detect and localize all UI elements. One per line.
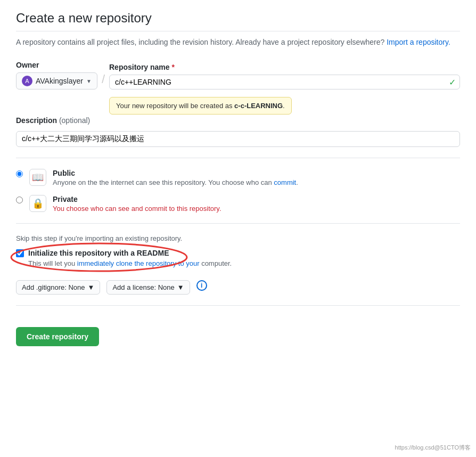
owner-dropdown[interactable]: A AVAkingslayer ▼ bbox=[16, 72, 97, 89]
create-repository-button[interactable]: Create repository bbox=[16, 327, 99, 346]
gitignore-label: Add .gitignore: None bbox=[22, 283, 85, 291]
private-description: You choose who can see and commit to thi… bbox=[53, 205, 221, 213]
owner-label: Owner bbox=[16, 61, 97, 69]
license-label: Add a license: None bbox=[112, 283, 174, 291]
private-text: Private You choose who can see and commi… bbox=[53, 195, 221, 213]
required-star: * bbox=[171, 63, 174, 71]
page-subtitle: A repository contains all project files,… bbox=[16, 37, 460, 48]
repo-name-label: Repository name * bbox=[109, 63, 460, 71]
import-link[interactable]: Import a repository. bbox=[387, 38, 450, 46]
private-icon: 🔒 bbox=[29, 195, 46, 212]
repo-name-tooltip: Your new repository will be created as c… bbox=[109, 97, 292, 115]
public-radio[interactable] bbox=[16, 170, 23, 177]
owner-avatar: A bbox=[22, 76, 32, 86]
optional-label: (optional) bbox=[59, 116, 90, 125]
public-option: 📖 Public Anyone on the the internet can … bbox=[16, 169, 460, 186]
readme-label-text: Initialize this repository with a README bbox=[28, 249, 169, 257]
repo-name-wrapper: ✓ Your new repository will be created as… bbox=[109, 75, 460, 89]
divider-3 bbox=[16, 305, 460, 306]
tooltip-repo-name: c-c-LEARNING bbox=[234, 102, 283, 110]
public-icon: 📖 bbox=[29, 169, 46, 186]
license-dropdown[interactable]: Add a license: None ▼ bbox=[106, 280, 190, 295]
readme-checkbox-label[interactable]: Initialize this repository with a README bbox=[16, 249, 232, 257]
clone-link[interactable]: immediately clone the repository to your bbox=[77, 259, 200, 267]
gitignore-dropdown[interactable]: Add .gitignore: None ▼ bbox=[16, 280, 100, 295]
slash-divider: / bbox=[97, 72, 109, 89]
extra-options-row: Add .gitignore: None ▼ Add a license: No… bbox=[16, 280, 460, 295]
description-input[interactable] bbox=[16, 131, 460, 147]
readme-checkbox[interactable] bbox=[16, 249, 24, 257]
readme-circle-annotation bbox=[9, 242, 200, 275]
owner-dropdown-arrow: ▼ bbox=[86, 78, 92, 84]
public-description: Anyone on the the internet can see this … bbox=[53, 178, 298, 186]
description-label: Description (optional) bbox=[16, 116, 460, 125]
divider-2 bbox=[16, 223, 460, 224]
owner-username: AVAkingslayer bbox=[36, 77, 83, 85]
license-arrow: ▼ bbox=[177, 283, 184, 291]
private-label: Private bbox=[53, 195, 221, 203]
repo-name-input[interactable] bbox=[109, 75, 460, 89]
divider-1 bbox=[16, 158, 460, 158]
info-icon[interactable]: i bbox=[196, 280, 207, 291]
page-title: Create a new repository bbox=[16, 11, 460, 31]
public-label: Public bbox=[53, 169, 298, 177]
commit-link[interactable]: commit bbox=[274, 178, 296, 186]
skip-note: Skip this step if you're importing an ex… bbox=[16, 234, 460, 242]
private-radio[interactable] bbox=[16, 197, 23, 203]
readme-description: This will let you immediately clone the … bbox=[28, 259, 232, 267]
public-text: Public Anyone on the the internet can se… bbox=[53, 169, 298, 186]
check-icon: ✓ bbox=[449, 77, 456, 87]
gitignore-arrow: ▼ bbox=[88, 283, 95, 291]
private-option: 🔒 Private You choose who can see and com… bbox=[16, 195, 460, 213]
